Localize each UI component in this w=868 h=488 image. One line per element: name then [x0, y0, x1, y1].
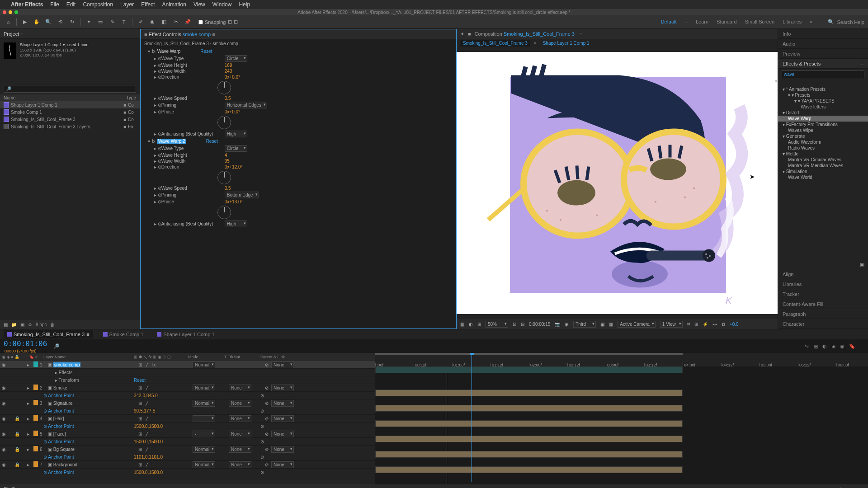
- timeline-row[interactable]: ⊙ Anchor Point1101.0,1101.0⊘: [0, 453, 375, 461]
- zoom-tool-icon[interactable]: 🔍: [44, 18, 53, 27]
- snapping-checkbox[interactable]: [198, 20, 203, 24]
- preset-category[interactable]: ▾ * Animation Presets: [778, 86, 868, 92]
- snapping-toggle[interactable]: Snapping ⊞ ⊡: [198, 19, 238, 25]
- parent-dropdown[interactable]: None: [271, 431, 294, 437]
- bpc-label[interactable]: 8 bpc: [36, 322, 47, 327]
- text-tool-icon[interactable]: T: [119, 18, 128, 27]
- clear-search-icon[interactable]: ×: [774, 78, 777, 84]
- effect-dropdown[interactable]: Horizontal Edges: [225, 102, 267, 108]
- angle-dial[interactable]: [217, 81, 231, 94]
- ruler-tick[interactable]: 01:00f: [452, 363, 465, 366]
- viewer-transparency-icon[interactable]: ▦: [609, 322, 613, 327]
- timeline-row[interactable]: ▸ Effects: [0, 369, 375, 376]
- effect-dropdown[interactable]: Circle: [225, 55, 247, 62]
- workspace-standard[interactable]: Standard: [717, 19, 737, 25]
- trkmat-dropdown[interactable]: None: [229, 461, 251, 468]
- ruler-tick[interactable]: 03:00f: [606, 363, 618, 366]
- trkmat-dropdown[interactable]: None: [229, 385, 251, 391]
- ruler-tick[interactable]: 02:12f: [567, 363, 580, 366]
- timeline-row[interactable]: ⊙ Anchor Point342.0,845.0⊘: [0, 392, 375, 399]
- tl-frameblend-icon[interactable]: ▤: [813, 343, 818, 349]
- mode-dropdown[interactable]: -: [193, 431, 215, 437]
- eraser-tool-icon[interactable]: ◧: [160, 18, 169, 27]
- effects-tree[interactable]: ▾ * Animation Presets▾ ▾ Presets▾ ▾ YAYA…: [778, 85, 868, 181]
- pen-tool-icon[interactable]: ✎: [108, 18, 117, 27]
- reset-link[interactable]: Reset: [200, 49, 212, 54]
- minimize-window-button[interactable]: [9, 10, 12, 14]
- effect-value[interactable]: 0x+0.0°: [225, 75, 240, 80]
- viewer-3d-icon[interactable]: ⧈: [687, 321, 690, 327]
- menu-window[interactable]: Window: [212, 1, 232, 8]
- angle-dial[interactable]: [217, 171, 231, 184]
- rectangle-tool-icon[interactable]: ▭: [96, 18, 105, 27]
- ruler-tick[interactable]: :00f: [375, 363, 383, 366]
- preset-item[interactable]: Wave Warp: [778, 116, 868, 122]
- viewer-timeline-icon[interactable]: ⊶: [712, 322, 717, 327]
- panel-preview[interactable]: Preview: [778, 49, 868, 59]
- menu-effect[interactable]: Effect: [141, 1, 155, 8]
- composition-viewer[interactable]: K ➤: [457, 47, 778, 319]
- effect-value[interactable]: 0x+12.0°: [225, 164, 243, 169]
- timeline-row[interactable]: ◉▸1▣ smoke comp⊞ ╱ fxNormal⊘None: [0, 361, 375, 369]
- panel-character[interactable]: Character: [778, 319, 868, 329]
- trkmat-dropdown[interactable]: None: [229, 446, 251, 453]
- timeline-row[interactable]: ◉▸3▣ Signature⊞ ╱ NormalNone⊘None: [0, 399, 375, 407]
- interpret-icon[interactable]: ▦: [4, 322, 8, 327]
- parent-dropdown[interactable]: None: [271, 385, 294, 391]
- project-item[interactable]: Smoking_Is_Still_Cool_Frame 3 Layers■Fo: [0, 123, 140, 130]
- rotate-tool-icon[interactable]: ↻: [67, 18, 76, 27]
- mode-dropdown[interactable]: Normal: [193, 361, 215, 368]
- workspace-learn[interactable]: Learn: [696, 19, 708, 25]
- preset-category[interactable]: ▾ Generate: [778, 133, 868, 139]
- ruler-tick[interactable]: 05:00f: [760, 363, 772, 366]
- preset-category[interactable]: ▾ Simulation: [778, 169, 868, 174]
- effect-dropdown[interactable]: Bottom Edge: [225, 192, 259, 198]
- parent-dropdown[interactable]: None: [271, 400, 294, 407]
- timeline-row[interactable]: ▸ TransformReset: [0, 376, 375, 384]
- workspace-menu-icon[interactable]: ≡: [685, 19, 688, 25]
- timeline-row[interactable]: ◉🔒▸6▣ Bg Square⊞ ╱ NormalNone⊘None: [0, 446, 375, 453]
- ruler-tick[interactable]: 06:00f: [836, 363, 849, 366]
- effect-name[interactable]: Wave Warp: [157, 49, 181, 54]
- asset-thumbnail[interactable]: [4, 42, 16, 59]
- ruler-tick[interactable]: 04:00f: [683, 363, 695, 366]
- angle-dial[interactable]: [217, 206, 231, 219]
- ruler-tick[interactable]: 02:00f: [529, 363, 542, 366]
- effect-controls-tab[interactable]: Effect Controls: [149, 32, 181, 37]
- menu-layer[interactable]: Layer: [120, 1, 134, 8]
- tl-draft3d-icon[interactable]: ◉: [840, 343, 844, 349]
- effect-value[interactable]: 0x+0.0°: [225, 109, 240, 114]
- tl-graph-icon[interactable]: ⊞: [831, 343, 835, 349]
- effect-dropdown[interactable]: High: [225, 131, 247, 137]
- ruler-tick[interactable]: 05:12f: [798, 363, 811, 366]
- ruler-tick[interactable]: 01:12f: [491, 363, 503, 366]
- timeline-tab[interactable]: Smoking_Is_Still_Cool_Frame 3 ≡: [4, 330, 93, 338]
- timeline-tab[interactable]: Smoke Comp 1: [99, 330, 147, 338]
- layer-bar[interactable]: [375, 420, 683, 427]
- project-settings-icon[interactable]: ⚙: [28, 322, 32, 327]
- panel-audio[interactable]: Audio: [778, 39, 868, 49]
- trkmat-dropdown[interactable]: None: [229, 415, 251, 422]
- angle-dial[interactable]: [217, 116, 231, 129]
- panel-info[interactable]: Info: [778, 29, 868, 39]
- viewer-region-icon[interactable]: ▣: [600, 322, 604, 327]
- workspace-default[interactable]: Default: [661, 19, 677, 25]
- workspace-overflow-icon[interactable]: »: [810, 19, 812, 25]
- viewer-fast-icon[interactable]: ⚡: [703, 322, 708, 327]
- effect-dropdown[interactable]: High: [225, 221, 247, 227]
- timeline-row[interactable]: ⊙ Anchor Point1500.0,1500.0⊘: [0, 422, 375, 430]
- exposure-value[interactable]: +0.0: [730, 322, 739, 327]
- parent-dropdown[interactable]: None: [271, 461, 294, 468]
- viewer-time-icon[interactable]: ⊟: [521, 322, 524, 327]
- new-folder-icon[interactable]: 📁: [11, 322, 17, 327]
- panel-libraries[interactable]: Libraries: [778, 279, 868, 289]
- project-list[interactable]: Shape Layer 1 Comp 1■Co Smoke Comp 1■Co …: [0, 101, 140, 329]
- zoom-dropdown[interactable]: 50%: [486, 321, 508, 328]
- timeline-track-area[interactable]: :00f00:12f01:00f01:12f02:00f02:12f03:00f…: [375, 353, 868, 484]
- search-icon[interactable]: 🔍: [828, 19, 834, 25]
- workspace-smallscreen[interactable]: Small Screen: [745, 19, 774, 25]
- preset-item[interactable]: Wave letters: [778, 104, 868, 110]
- preset-item[interactable]: ▾ ▾ Presets: [778, 92, 868, 98]
- timeline-tab[interactable]: Shape Layer 1 Comp 1: [153, 330, 218, 338]
- menu-edit[interactable]: Edit: [66, 1, 76, 8]
